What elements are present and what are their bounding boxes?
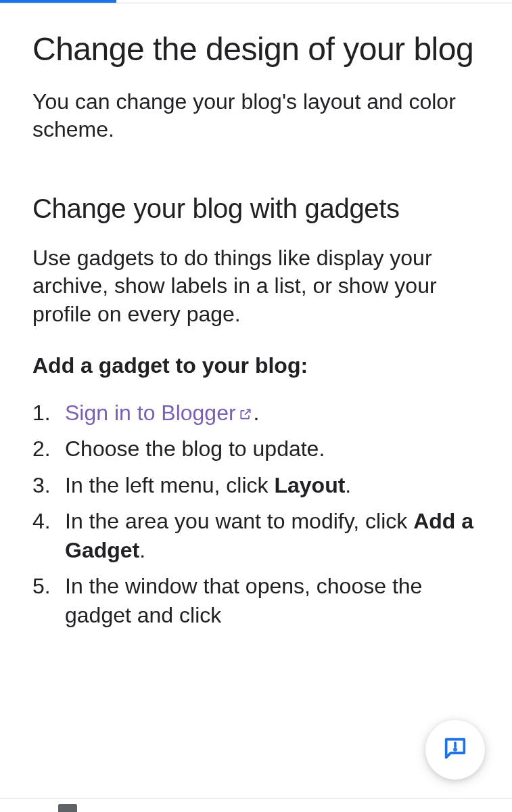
external-link-icon bbox=[239, 399, 252, 428]
step-item: Sign in to Blogger. bbox=[32, 399, 480, 428]
step-text: . bbox=[345, 473, 351, 497]
step-text: Choose the blog to update. bbox=[65, 436, 325, 461]
page-title: Change the design of your blog bbox=[32, 30, 480, 69]
step-bold: Layout bbox=[274, 473, 345, 497]
bottom-divider bbox=[0, 798, 512, 798]
section-subheading: Add a gadget to your blog: bbox=[32, 352, 480, 380]
top-divider bbox=[0, 3, 512, 3]
feedback-button[interactable] bbox=[425, 720, 485, 780]
step-item: In the area you want to modify, click Ad… bbox=[32, 507, 480, 565]
step-item: In the window that opens, choose the gad… bbox=[32, 572, 480, 630]
feedback-icon bbox=[442, 735, 469, 765]
step-text: . bbox=[139, 538, 145, 562]
section-description: Use gadgets to do things like display yo… bbox=[32, 244, 480, 329]
article-content: Change the design of your blog You can c… bbox=[0, 0, 512, 630]
step-text: In the window that opens, choose the gad… bbox=[65, 574, 422, 627]
svg-point-1 bbox=[455, 749, 456, 750]
step-text: In the left menu, click bbox=[65, 473, 274, 497]
sign-in-link[interactable]: Sign in to Blogger bbox=[65, 401, 236, 425]
step-item: In the left menu, click Layout. bbox=[32, 471, 480, 500]
steps-list: Sign in to Blogger. Choose the blog to u… bbox=[32, 399, 480, 630]
page-intro: You can change your blog's layout and co… bbox=[32, 88, 480, 144]
bottom-stub bbox=[58, 804, 77, 812]
step-text: In the area you want to modify, click bbox=[65, 509, 413, 533]
step-item: Choose the blog to update. bbox=[32, 434, 480, 464]
step-text: . bbox=[254, 401, 260, 425]
section-heading: Change your blog with gadgets bbox=[32, 191, 480, 225]
